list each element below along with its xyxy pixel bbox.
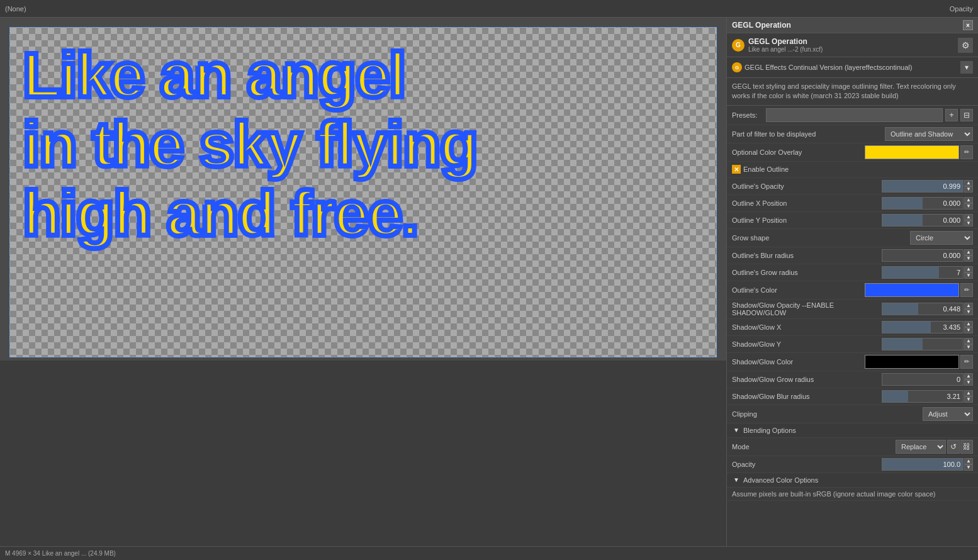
shadow-grow-track[interactable]: 0 [882,373,964,386]
clipping-row: Clipping Adjust [727,405,978,423]
outline-x-up[interactable]: ▲ [964,197,973,203]
shadow-grow-label: Shadow/Glow Grow radius [732,376,882,383]
shadow-x-label: Shadow/Glow X [732,323,882,331]
shadow-color-picker-btn[interactable]: ✏ [960,355,973,369]
presets-add-btn[interactable]: + [945,109,958,121]
outline-blur-value: 0.000 [882,252,963,259]
shadow-y-container: ▲ ▼ [882,338,973,350]
outline-opacity-value: 0.999 [882,182,963,190]
shadow-blur-label: Shadow/Glow Blur radius [732,393,882,400]
blending-opacity-up[interactable]: ▲ [964,458,973,464]
outline-y-track[interactable]: 0.000 [882,214,964,227]
enable-outline-row: ✕ Enable Outline [727,162,978,178]
outline-color-label: Outline's Color [732,286,865,294]
outline-opacity-down[interactable]: ▼ [964,186,973,193]
outline-grow-down[interactable]: ▼ [964,272,973,279]
shadow-x-row: Shadow/Glow X 3.435 ▲ ▼ [727,319,978,336]
shadow-opacity-spinbtns: ▲ ▼ [964,303,973,315]
outline-opacity-row: Outline's Opacity 0.999 ▲ ▼ [727,178,978,195]
outline-y-down[interactable]: ▼ [964,220,973,227]
shadow-y-spinbtns: ▲ ▼ [964,338,973,350]
gegl-header-title: GEGL Operation [748,37,954,46]
shadow-blur-up[interactable]: ▲ [964,390,973,396]
advanced-color-options-title: Advanced Color Options [743,476,973,484]
status-bar: M 4969 × 34 Like an angel ... (24.9 MB) [0,546,978,560]
effects-dropdown-btn[interactable]: ▾ [960,61,973,74]
outline-blur-track[interactable]: 0.000 [882,249,964,262]
status-text: M 4969 × 34 Like an angel ... (24.9 MB) [5,550,116,557]
shadow-opacity-up[interactable]: ▲ [964,303,973,309]
outline-opacity-up[interactable]: ▲ [964,180,973,186]
mode-select[interactable]: Replace [896,440,946,454]
blending-opacity-down[interactable]: ▼ [964,464,973,471]
filter-display-label: Part of filter to be displayed [732,130,885,138]
outline-blur-down[interactable]: ▼ [964,255,973,262]
grow-shape-row: Grow shape Circle [727,229,978,247]
blending-opacity-container: 100.0 ▲ ▼ [882,458,973,471]
outline-x-track[interactable]: 0.000 [882,197,964,210]
outline-color-picker-btn[interactable]: ✏ [960,283,973,297]
advanced-color-options-text: Assume pixels are built-in sRGB (ignore … [727,488,978,501]
outline-grow-row: Outline's Grow radius 7 ▲ ▼ [727,264,978,281]
clipping-select[interactable]: Adjust [923,407,973,421]
gegl-settings-icon[interactable]: ⚙ [958,38,973,53]
outline-grow-track[interactable]: 7 [882,266,964,279]
blending-arrow[interactable]: ▼ [732,426,741,435]
advanced-color-options-header: ▼ Advanced Color Options [727,473,978,488]
outline-grow-container: 7 ▲ ▼ [882,266,973,279]
shadow-blur-container: 3.21 ▲ ▼ [882,390,973,403]
outline-blur-up[interactable]: ▲ [964,249,973,255]
grow-shape-select[interactable]: Circle [910,231,973,245]
outline-y-spinbtns: ▲ ▼ [964,214,973,227]
mode-buttons: ↺ ⛓ [947,440,973,454]
grow-shape-label: Grow shape [732,234,910,242]
shadow-grow-spinbtns: ▲ ▼ [964,373,973,386]
mode-chain-btn[interactable]: ⛓ [960,440,973,454]
shadow-opacity-track[interactable]: 0.448 [882,303,964,315]
outline-opacity-track[interactable]: 0.999 [882,180,964,193]
presets-row: Presets: + ⊟ [727,106,978,125]
shadow-color-row: Shadow/Glow Color ✏ [727,353,978,371]
enable-outline-label: Enable Outline [743,165,789,173]
enable-outline-checkbox[interactable]: ✕ [732,165,741,174]
shadow-grow-value: 0 [882,376,963,383]
blending-opacity-track[interactable]: 100.0 [882,458,964,471]
mode-reset-btn[interactable]: ↺ [947,440,960,454]
shadow-opacity-label: Shadow/Glow Opacity --ENABLE SHADOW/GLOW [732,301,882,316]
shadow-x-container: 3.435 ▲ ▼ [882,321,973,333]
shadow-blur-track[interactable]: 3.21 [882,390,964,403]
outline-y-up[interactable]: ▲ [964,214,973,220]
color-overlay-swatch[interactable] [865,145,959,159]
shadow-y-up[interactable]: ▲ [964,338,973,344]
filter-display-select[interactable]: Outline and Shadow [885,127,973,141]
outline-grow-up[interactable]: ▲ [964,266,973,272]
outline-x-down[interactable]: ▼ [964,203,973,210]
shadow-y-down[interactable]: ▼ [964,344,973,350]
outline-color-swatch[interactable] [865,283,959,297]
shadow-y-row: Shadow/Glow Y ▲ ▼ Horizontal shadow offs… [727,336,978,353]
shadow-blur-down[interactable]: ▼ [964,396,973,403]
outline-blur-label: Outline's Blur radius [732,252,882,259]
shadow-opacity-row: Shadow/Glow Opacity --ENABLE SHADOW/GLOW… [727,300,978,319]
presets-settings-btn[interactable]: ⊟ [960,109,973,121]
clipping-label: Clipping [732,410,923,418]
outline-x-container: 0.000 ▲ ▼ [882,197,973,210]
shadow-opacity-down[interactable]: ▼ [964,309,973,315]
shadow-grow-up[interactable]: ▲ [964,373,973,379]
shadow-y-track[interactable] [882,338,964,350]
outline-grow-label: Outline's Grow radius [732,269,882,276]
presets-input[interactable] [766,108,943,122]
blending-options-title: Blending Options [743,427,973,434]
shadow-x-down[interactable]: ▼ [964,327,973,333]
gegl-dialog-close-button[interactable]: × [963,20,973,30]
shadow-blur-row: Shadow/Glow Blur radius 3.21 ▲ ▼ [727,388,978,405]
shadow-x-up[interactable]: ▲ [964,321,973,327]
color-overlay-picker-btn[interactable]: ✏ [960,145,973,159]
outline-blur-container: 0.000 ▲ ▼ [882,249,973,262]
shadow-x-track[interactable]: 3.435 [882,321,964,333]
advanced-arrow[interactable]: ▼ [732,476,741,484]
effects-logo: G [732,62,742,72]
shadow-grow-down[interactable]: ▼ [964,379,973,386]
none-label: (None) [5,5,26,13]
shadow-color-swatch[interactable] [865,355,959,369]
